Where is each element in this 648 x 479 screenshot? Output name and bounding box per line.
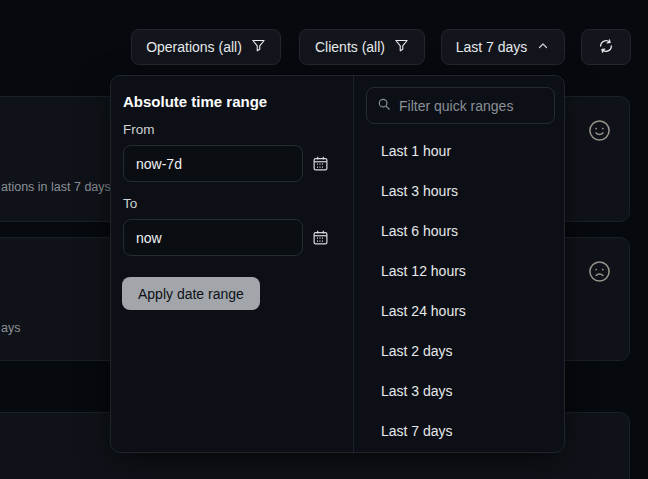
absolute-time-range-section: Absolute time range From To bbox=[111, 76, 354, 452]
from-input[interactable] bbox=[123, 145, 303, 182]
operations-filter-label: Operations (all) bbox=[146, 39, 242, 55]
chevron-up-icon bbox=[536, 39, 550, 56]
quick-ranges-section: Last 1 hour Last 3 hours Last 6 hours La… bbox=[354, 76, 564, 452]
card-caption: ations in last 7 days bbox=[1, 180, 111, 194]
quick-range-option[interactable]: Last 2 days bbox=[354, 331, 564, 371]
card-caption: ays bbox=[1, 321, 20, 335]
quick-range-option[interactable]: Last 3 hours bbox=[354, 171, 564, 211]
quick-range-option[interactable]: Last 3 days bbox=[354, 371, 564, 411]
calendar-icon bbox=[312, 155, 329, 172]
refresh-icon bbox=[598, 38, 614, 57]
calendar-icon bbox=[312, 229, 329, 246]
from-label: From bbox=[123, 122, 155, 137]
quick-range-option[interactable]: Last 1 hour bbox=[354, 131, 564, 171]
apply-date-range-button[interactable]: Apply date range bbox=[122, 277, 260, 310]
time-picker-dropdown: Absolute time range From To bbox=[110, 75, 565, 453]
quick-range-option[interactable]: Last 12 hours bbox=[354, 251, 564, 291]
operations-filter-button[interactable]: Operations (all) bbox=[131, 29, 281, 65]
filter-funnel-icon bbox=[251, 38, 266, 56]
quick-range-option[interactable]: Last 7 days bbox=[354, 411, 564, 451]
quick-range-option[interactable]: Last 6 hours bbox=[354, 211, 564, 251]
to-calendar-button[interactable] bbox=[312, 229, 329, 246]
clients-filter-button[interactable]: Clients (all) bbox=[299, 29, 425, 65]
quick-ranges-filter-input[interactable] bbox=[399, 98, 544, 114]
time-range-label: Last 7 days bbox=[456, 39, 528, 55]
filter-funnel-icon bbox=[394, 38, 409, 56]
time-range-button[interactable]: Last 7 days bbox=[441, 29, 565, 65]
search-icon bbox=[377, 97, 391, 115]
to-label: To bbox=[123, 196, 137, 211]
quick-ranges-list: Last 1 hour Last 3 hours Last 6 hours La… bbox=[354, 131, 564, 451]
smiley-face-icon bbox=[588, 119, 611, 146]
quick-ranges-search[interactable] bbox=[366, 87, 555, 124]
refresh-button[interactable] bbox=[581, 29, 631, 65]
quick-range-option[interactable]: Last 24 hours bbox=[354, 291, 564, 331]
clients-filter-label: Clients (all) bbox=[315, 39, 385, 55]
to-input[interactable] bbox=[123, 219, 303, 256]
from-calendar-button[interactable] bbox=[312, 155, 329, 172]
absolute-time-range-title: Absolute time range bbox=[123, 93, 267, 110]
frown-face-icon bbox=[588, 260, 611, 287]
